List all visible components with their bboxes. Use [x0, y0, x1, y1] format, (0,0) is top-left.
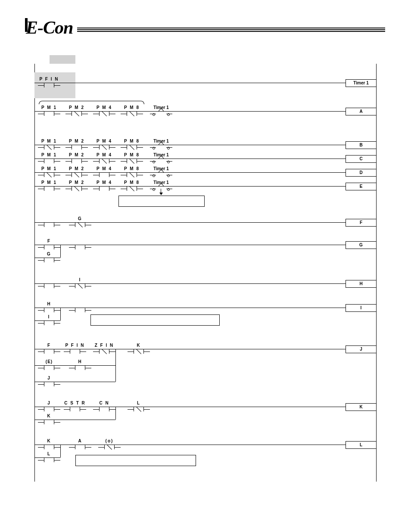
coil-a: A — [346, 108, 377, 115]
contact-timer1: Timer 1 — [150, 180, 172, 192]
coil-g: G — [346, 241, 377, 249]
contact-timer1: Timer 1 — [150, 152, 172, 164]
contact-pm4: P M 4 — [93, 105, 115, 117]
header: E-Con — [26, 17, 385, 38]
branch-vertical — [60, 308, 61, 320]
contact-pfin: P F I N — [64, 343, 86, 355]
logo-text: E-Con — [26, 17, 73, 38]
contact-h: H — [38, 302, 60, 313]
contact-k-branch: K — [38, 414, 60, 425]
contact-f: F — [38, 343, 60, 355]
contact-pm1: P M 1 — [38, 152, 60, 164]
coil-k: K — [346, 403, 377, 411]
contact-l-branch: L — [38, 451, 60, 463]
contact-i-branch: I — [38, 314, 60, 326]
coil-d: D — [346, 169, 377, 177]
right-rail — [376, 64, 377, 482]
branch-vertical — [115, 349, 116, 382]
rung-3: P M 1 P M 2 P M 4 P M 8 Timer 1 B — [34, 136, 377, 152]
coil-b: B — [346, 141, 377, 149]
contact-pm2: P M 2 — [65, 105, 88, 117]
contact-h: H — [69, 359, 91, 371]
coil-f: F — [346, 219, 377, 227]
rung-8: F G — [34, 236, 377, 253]
branch-vertical — [60, 245, 61, 258]
rung-1: P F I N Timer 1 — [34, 74, 377, 97]
contact-blank — [69, 239, 91, 250]
contact-k: K — [128, 343, 150, 355]
contact-pm8: P M 8 — [121, 180, 143, 192]
logo: E-Con — [26, 17, 73, 38]
contact-o-paren: (o) — [98, 439, 121, 450]
rung-10: H I — [34, 299, 377, 316]
contact-blank — [38, 216, 60, 228]
coil-h: H — [346, 280, 377, 288]
contact-timer1: Timer 1 — [150, 166, 172, 178]
contact-pm4: P M 4 — [93, 152, 115, 164]
rung-2: P M 1 P M 2 P M 4 P M 8 Timer 1 A — [34, 103, 377, 120]
header-divider — [77, 28, 385, 33]
rung-5: P M 1 P M 2 P M 4 P M 8 Timer 1 D — [34, 164, 377, 179]
contact-pm8: P M 8 — [121, 166, 143, 178]
ladder-diagram: P F I N Timer 1 P M 1 P M 2 P M 4 P M 8 … — [34, 64, 377, 482]
page: E-Con P F I N Timer 1 P M 1 P M 2 P M 4 … — [0, 0, 411, 499]
contact-pm1: P M 1 — [38, 166, 60, 178]
coil-e: E — [346, 183, 377, 190]
process-box-2 — [90, 314, 220, 326]
rung-4: P M 1 P M 2 P M 4 P M 8 Timer 1 C — [34, 150, 377, 165]
contact-l: L — [128, 401, 150, 412]
contact-cn: C N — [93, 401, 115, 412]
rung-11: F P F I N Z F I N K J — [34, 340, 377, 358]
branch-vertical — [115, 407, 116, 420]
coil-l: L — [346, 441, 377, 449]
contact-pm2: P M 2 — [65, 139, 88, 150]
left-rail — [34, 64, 35, 482]
rung-12: J C S T R C N L K — [34, 398, 377, 415]
contact-e-paren: (E) — [38, 359, 60, 371]
contact-cstr: C S T R — [64, 401, 86, 412]
contact-pm4: P M 4 — [93, 139, 115, 150]
coil-j: J — [346, 345, 377, 353]
contact-g-branch: G — [38, 252, 60, 263]
coil-i: I — [346, 304, 377, 312]
contact-pm8: P M 8 — [121, 105, 143, 117]
rung-9: I H — [34, 275, 377, 292]
contact-i: I — [69, 277, 91, 289]
contact-k: K — [38, 439, 60, 450]
process-box-3 — [75, 455, 196, 466]
coil-c: C — [346, 155, 377, 163]
contact-pm1: P M 1 — [38, 105, 60, 117]
branch-vertical — [60, 445, 61, 457]
contact-j-branch: J — [38, 376, 60, 387]
arrow-icon — [161, 189, 161, 195]
contact-timer1: Timer 1 — [150, 139, 172, 150]
contact-pfin: P F I N — [38, 77, 60, 88]
contact-g: G — [69, 216, 91, 228]
contact-j: J — [38, 401, 60, 412]
rung-13: K A (o) L — [34, 436, 377, 453]
process-box-1 — [118, 196, 205, 207]
contact-timer1: Timer 1 — [150, 105, 172, 117]
contact-pm4: P M 4 — [93, 180, 115, 192]
rung-6: P M 1 P M 2 P M 4 P M 8 Timer 1 E — [34, 177, 377, 193]
contact-pm8: P M 8 — [121, 139, 143, 150]
contact-pm4: P M 4 — [93, 166, 115, 178]
contact-blank — [38, 277, 60, 289]
contact-pm1: P M 1 — [38, 180, 60, 192]
contact-pm2: P M 2 — [65, 180, 88, 192]
contact-zfin: Z F I N — [93, 343, 115, 355]
coil-timer1: Timer 1 — [346, 79, 377, 87]
contact-f: F — [38, 239, 60, 250]
rung-7: G F — [34, 214, 377, 231]
contact-pm2: P M 2 — [65, 152, 88, 164]
grey-highlight-top — [50, 55, 75, 64]
contact-blank — [69, 302, 91, 313]
contact-pm1: P M 1 — [38, 139, 60, 150]
contact-pm8: P M 8 — [121, 152, 143, 164]
contact-a: A — [69, 439, 91, 450]
contact-pm2: P M 2 — [65, 166, 88, 178]
